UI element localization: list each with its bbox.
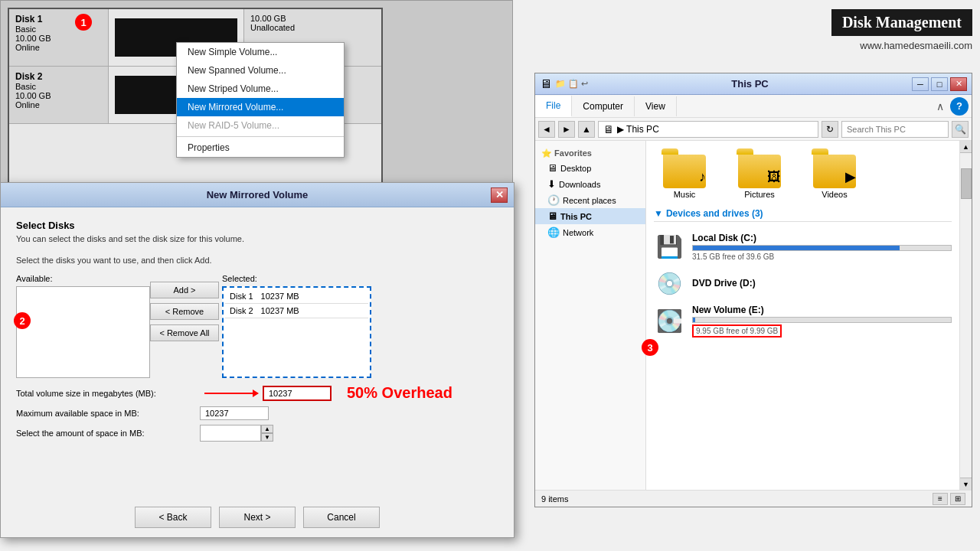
status-item-count: 9 items bbox=[541, 494, 568, 504]
drive-e-info: New Volume (E:) 9.95 GB free of 9.99 GB bbox=[692, 305, 952, 337]
sidebar-network-label: Network bbox=[563, 228, 593, 237]
sidebar-item-this-pc[interactable]: 🖥 This PC bbox=[535, 208, 645, 224]
this-pc-nav-icon: 🖥 bbox=[547, 210, 557, 222]
sidebar-item-network[interactable]: 🌐 Network bbox=[535, 224, 645, 240]
folder-music[interactable]: ♪ Music bbox=[654, 148, 715, 199]
select-space-spinbox[interactable]: 10237 ▲ ▼ bbox=[200, 425, 273, 442]
drive-c[interactable]: 💾 Local Disk (C:) 31.5 GB free of 39.6 G… bbox=[654, 228, 952, 265]
videos-overlay-icon: ▶ bbox=[845, 168, 856, 185]
remove-all-disks-button[interactable]: < Remove All bbox=[150, 324, 219, 341]
spinbox-down-button[interactable]: ▼ bbox=[261, 433, 273, 442]
selected-disks-box: Disk 1 10237 MB Disk 2 10237 MB bbox=[222, 286, 371, 378]
selected-label: Selected: bbox=[222, 274, 257, 283]
details-view-button[interactable]: ≡ bbox=[933, 493, 948, 505]
cancel-button[interactable]: Cancel bbox=[303, 507, 380, 528]
folder-tab bbox=[812, 148, 828, 155]
context-menu: New Simple Volume... New Spanned Volume.… bbox=[176, 42, 345, 158]
menu-item-simple-volume[interactable]: New Simple Volume... bbox=[177, 43, 344, 61]
devices-drives-label: Devices and drives (3) bbox=[666, 208, 763, 219]
disk2-title: Disk 2 bbox=[15, 71, 102, 82]
drive-e-free: 9.95 GB free of 9.99 GB bbox=[692, 324, 782, 337]
network-icon: 🌐 bbox=[547, 227, 560, 238]
sidebar-item-desktop[interactable]: 🖥 Desktop bbox=[535, 160, 645, 176]
menu-item-spanned-volume[interactable]: New Spanned Volume... bbox=[177, 61, 344, 80]
available-disks-listbox[interactable] bbox=[16, 286, 150, 378]
minimize-button[interactable]: ─ bbox=[912, 77, 929, 91]
disk2-size: 10.00 GB bbox=[15, 91, 102, 100]
drive-c-bar-container bbox=[692, 245, 952, 251]
folder-tab bbox=[737, 148, 753, 155]
large-icon-view-button[interactable]: ⊞ bbox=[950, 493, 965, 505]
folder-pictures[interactable]: 🖼 Pictures bbox=[729, 148, 790, 199]
app-title: Disk Management bbox=[831, 9, 972, 36]
ribbon-chevron-icon[interactable]: ∧ bbox=[930, 100, 950, 112]
view-buttons: ≡ ⊞ bbox=[933, 493, 965, 505]
drive-e-name: New Volume (E:) bbox=[692, 305, 952, 315]
spinbox-up-button[interactable]: ▲ bbox=[261, 425, 273, 433]
explorer-window-icon: 🖥 bbox=[540, 77, 552, 91]
close-button[interactable]: ✕ bbox=[950, 77, 967, 91]
search-input[interactable] bbox=[841, 121, 949, 138]
drive-e[interactable]: 💽 New Volume (E:) 9.95 GB free of 9.99 G… bbox=[654, 302, 952, 341]
address-field[interactable]: 🖥 ▶ This PC bbox=[598, 121, 818, 138]
badge-2: 2 bbox=[14, 312, 31, 329]
total-volume-row: Total volume size in megabytes (MB): 102… bbox=[16, 384, 498, 402]
new-mirrored-volume-dialog: New Mirrored Volume ✕ Select Disks You c… bbox=[0, 182, 514, 538]
refresh-button[interactable]: ↻ bbox=[822, 121, 838, 138]
drive-c-icon: 💾 bbox=[654, 231, 684, 262]
back-button[interactable]: < Back bbox=[135, 507, 211, 528]
explorer-content: ⭐ Favorites 🖥 Desktop ⬇ Downloads 🕐 Rece… bbox=[535, 141, 972, 490]
up-nav-button[interactable]: ▲ bbox=[578, 121, 595, 138]
menu-item-properties[interactable]: Properties bbox=[177, 139, 344, 157]
folder-videos[interactable]: ▶ Videos bbox=[804, 148, 865, 199]
dialog-titlebar: New Mirrored Volume ✕ bbox=[1, 183, 514, 207]
next-button[interactable]: Next > bbox=[219, 507, 296, 528]
favorites-header: ⭐ Favorites bbox=[535, 147, 645, 160]
devices-drives-header: ▼ Devices and drives (3) bbox=[654, 208, 952, 222]
explorer-address-bar: ◄ ► ▲ 🖥 ▶ This PC ↻ 🔍 bbox=[535, 118, 972, 141]
remove-disk-button[interactable]: < Remove bbox=[150, 303, 219, 320]
sidebar-nav: ⭐ Favorites 🖥 Desktop ⬇ Downloads 🕐 Rece… bbox=[535, 141, 646, 490]
scroll-up-button[interactable]: ▲ bbox=[960, 141, 972, 153]
videos-label: Videos bbox=[822, 190, 847, 199]
add-disk-button[interactable]: Add > bbox=[150, 282, 219, 298]
menu-separator bbox=[177, 136, 344, 137]
selected-disk-row-2: Disk 2 10237 MB bbox=[225, 304, 368, 318]
select-space-input[interactable]: 10237 bbox=[200, 425, 261, 442]
drive-d-info: DVD Drive (D:) bbox=[692, 278, 952, 289]
search-icon[interactable]: 🔍 bbox=[952, 121, 969, 138]
disk2-info: Disk 2 Basic 10.00 GB Online bbox=[9, 67, 109, 123]
address-path: ▶ This PC bbox=[617, 124, 659, 135]
dialog-close-button[interactable]: ✕ bbox=[491, 187, 508, 203]
ribbon-tab-computer[interactable]: Computer bbox=[572, 96, 635, 116]
sidebar-item-downloads[interactable]: ⬇ Downloads bbox=[535, 176, 645, 192]
max-space-label: Maximum available space in MB: bbox=[16, 409, 200, 418]
videos-folder-icon: ▶ bbox=[812, 148, 858, 188]
ribbon-help-button[interactable]: ? bbox=[950, 97, 969, 116]
sidebar-item-recent[interactable]: 🕐 Recent places bbox=[535, 192, 645, 208]
music-folder-icon: ♪ bbox=[662, 148, 707, 188]
drive-d-name: DVD Drive (D:) bbox=[692, 278, 952, 289]
total-volume-label: Total volume size in megabytes (MB): bbox=[16, 389, 200, 398]
scroll-down-button[interactable]: ▼ bbox=[960, 478, 972, 490]
ribbon-tab-view[interactable]: View bbox=[635, 96, 677, 116]
drive-d-icon: 💿 bbox=[654, 268, 684, 298]
drive-d[interactable]: 💿 DVD Drive (D:) bbox=[654, 265, 952, 302]
title-buttons: ─ □ ✕ bbox=[912, 77, 967, 91]
forward-nav-button[interactable]: ► bbox=[558, 121, 575, 138]
maximize-button[interactable]: □ bbox=[931, 77, 948, 91]
devices-and-drives-section: ▼ Devices and drives (3) 💾 Local Disk (C… bbox=[654, 208, 952, 341]
menu-item-striped-volume[interactable]: New Striped Volume... bbox=[177, 80, 344, 98]
scrollbar-thumb[interactable] bbox=[961, 168, 972, 199]
back-nav-button[interactable]: ◄ bbox=[538, 121, 555, 138]
available-label: Available: bbox=[16, 274, 53, 283]
sidebar-desktop-label: Desktop bbox=[560, 164, 591, 173]
main-content-area: ♪ Music 🖼 Pictures bbox=[646, 141, 959, 490]
pictures-overlay-icon: 🖼 bbox=[767, 169, 781, 185]
menu-item-mirrored-volume[interactable]: New Mirrored Volume... bbox=[177, 98, 344, 116]
scrollbar[interactable]: ▲ ▼ bbox=[959, 141, 972, 490]
ribbon-tab-file[interactable]: File bbox=[535, 96, 572, 117]
selected-disk1-size: 10237 MB bbox=[261, 292, 299, 301]
collapse-icon[interactable]: ▼ bbox=[654, 208, 663, 219]
disk1-bar-label: Unallocated bbox=[250, 23, 375, 32]
